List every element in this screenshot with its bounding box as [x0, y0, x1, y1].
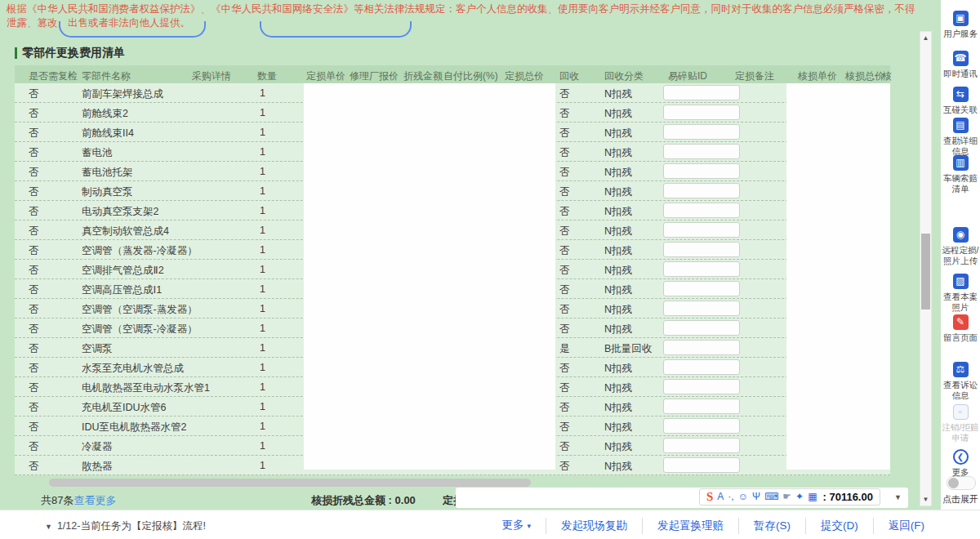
sidebar-item-collision-link[interactable]: ⇆互碰关联: [941, 87, 980, 115]
recycle-type-cell: N扣残: [604, 225, 632, 238]
part-name-cell: 电动真空泵支架2: [82, 205, 158, 219]
fragile-sticker-id-input[interactable]: [663, 163, 740, 179]
part-name-cell: 前舱线束2: [82, 107, 128, 121]
sidebar-item-view-litigation-info[interactable]: ⚖查看诉讼信息: [941, 362, 980, 401]
sidebar-item-more[interactable]: ❮更多: [941, 449, 980, 478]
view-more-link[interactable]: 查看更多: [74, 494, 116, 506]
handwriting-icon[interactable]: ☛: [782, 488, 791, 506]
price-columns-blank-area: [304, 83, 555, 470]
fragile-sticker-id-input[interactable]: [663, 242, 740, 257]
sidebar-item-cancel-claim-apply: ▫注销/拒赔申请: [941, 404, 980, 443]
button-返回(F)[interactable]: 返回(F): [873, 518, 939, 534]
scroll-up-arrow[interactable]: ▲: [920, 34, 931, 42]
sidebar-item-vehicle-claim-list[interactable]: ▥车辆索赔清单: [941, 155, 980, 194]
column-header: 定损单价: [306, 69, 345, 83]
fragile-sticker-id-input[interactable]: [663, 457, 740, 473]
fragile-sticker-id-input[interactable]: [663, 124, 740, 140]
fragile-sticker-id-input[interactable]: [663, 261, 740, 277]
recycle-type-cell: N扣残: [604, 107, 632, 121]
button-更多[interactable]: 更多▾: [487, 517, 546, 534]
sidebar-item-view-case-photos[interactable]: ▨查看本案照片: [941, 274, 980, 313]
recycle-cell: 否: [559, 421, 570, 434]
recycle-cell: 否: [559, 303, 570, 317]
button-发起现场复勘[interactable]: 发起现场复勘: [546, 518, 642, 534]
fragile-sticker-id-input[interactable]: [663, 399, 740, 414]
voice-input-icon[interactable]: Ψ: [752, 488, 760, 506]
recycle-cell: 否: [559, 166, 570, 180]
fragile-sticker-id-input[interactable]: [663, 105, 740, 120]
sidebar-item-label: 查勘详细信息: [941, 136, 980, 157]
column-header: 核损备注: [882, 69, 892, 83]
fragile-sticker-id-input[interactable]: [663, 281, 740, 296]
recycle-type-cell: N扣残: [604, 264, 632, 278]
scroll-down-arrow[interactable]: ▼: [920, 496, 931, 503]
recycle-type-cell: N扣残: [604, 283, 632, 297]
recycle-type-cell: B批量回收: [604, 342, 652, 356]
fragile-sticker-id-input[interactable]: [663, 418, 740, 434]
quantity-cell: 1: [260, 303, 265, 314]
fragile-sticker-id-input[interactable]: [663, 222, 740, 238]
privacy-notice: 根据《中华人民共和国消费者权益保护法》、《中华人民共和国网络安全法》等相关法律法…: [7, 2, 916, 30]
expand-toggle[interactable]: [947, 476, 976, 490]
total-count: 共87条查看更多: [41, 493, 116, 508]
fragile-sticker-id-input[interactable]: [663, 379, 740, 394]
button-发起置换理赔[interactable]: 发起置换理赔: [642, 518, 738, 534]
sidebar-item-label: 更多: [941, 467, 980, 478]
recycle-type-cell: N扣残: [604, 421, 632, 434]
sidebar-item-label: 远程定损/照片上传: [941, 245, 980, 266]
recheck-cell: 否: [29, 166, 39, 180]
sidebar-item-remote-assess-photo-upload[interactable]: ◉远程定损/照片上传: [941, 227, 980, 266]
toolbox-icon[interactable]: ▦: [808, 488, 817, 506]
quantity-cell: 1: [260, 127, 265, 138]
sidebar-item-message-page[interactable]: ✎留言页面: [941, 314, 980, 343]
fragile-sticker-id-input[interactable]: [663, 144, 740, 159]
horizontal-scrollbar-thumb[interactable]: [49, 479, 531, 487]
fragile-sticker-id-input[interactable]: [663, 340, 740, 355]
sidebar-item-instant-messaging[interactable]: ☎即时通讯: [941, 51, 980, 79]
survey-detail-info-icon: ▤: [953, 118, 969, 133]
column-header: 定损总价: [505, 69, 544, 83]
fragile-sticker-id-input[interactable]: [663, 183, 740, 198]
fragile-sticker-id-input[interactable]: [663, 438, 740, 453]
action-buttons: 更多▾发起现场复勘发起置换理赔暂存(S)提交(D)返回(F): [487, 517, 939, 534]
fragile-sticker-id-input[interactable]: [663, 301, 740, 316]
vertical-scrollbar[interactable]: ▲ ▼: [920, 31, 932, 506]
recheck-cell: 否: [29, 303, 39, 317]
part-name-cell: 空调泵: [82, 342, 113, 356]
recycle-cell: 否: [559, 362, 570, 376]
quantity-cell: 1: [260, 421, 265, 432]
part-name-cell: 冷凝器: [82, 440, 113, 454]
task-collapse-caret[interactable]: ▼: [45, 523, 52, 531]
collision-link-icon: ⇆: [953, 87, 969, 102]
column-header: 采购详情: [192, 69, 231, 83]
part-name-cell: 制动真空泵: [82, 185, 133, 199]
recycle-type-cell: N扣残: [604, 381, 632, 395]
quantity-cell: 1: [260, 401, 265, 412]
part-name-cell: 空调管（空调泵-冷凝器）: [82, 323, 198, 336]
input-mode-icon[interactable]: A: [717, 488, 724, 506]
part-name-cell: 前副车架焊接总成: [82, 87, 163, 101]
sidebar-item-survey-detail-info[interactable]: ▤查勘详细信息: [941, 118, 980, 157]
button-暂存(S)[interactable]: 暂存(S): [738, 518, 805, 534]
sogou-logo-icon[interactable]: S: [706, 488, 713, 506]
vertical-scrollbar-thumb[interactable]: [921, 234, 930, 310]
sidebar-item-user-service[interactable]: ▣用户服务: [941, 11, 980, 39]
soft-keyboard-icon[interactable]: ⌨: [764, 488, 778, 506]
fragile-sticker-id-input[interactable]: [663, 359, 740, 375]
user-service-icon: ▣: [953, 11, 969, 26]
fragile-sticker-id-input[interactable]: [663, 85, 740, 100]
ime-dropdown-caret[interactable]: ▼: [894, 493, 902, 501]
fragile-sticker-id-input[interactable]: [663, 203, 740, 218]
column-header: 定损备注: [735, 69, 774, 83]
punctuation-icon[interactable]: ·,: [728, 488, 733, 506]
recheck-cell: 否: [29, 205, 39, 219]
part-name-cell: 空调管（蒸发器-冷凝器）: [82, 244, 198, 258]
expand-label: 点击展开: [941, 493, 980, 506]
recycle-type-cell: N扣残: [604, 460, 632, 474]
emoji-icon[interactable]: ☺: [738, 488, 748, 506]
bottom-task-bar: ▼1/12-当前任务为【定报核】流程! 更多▾发起现场复勘发起置换理赔暂存(S)…: [0, 510, 980, 539]
sidebar-item-label: 注销/拒赔申请: [941, 422, 980, 443]
fragile-sticker-id-input[interactable]: [663, 320, 740, 336]
skin-icon[interactable]: ✦: [795, 488, 804, 506]
button-提交(D)[interactable]: 提交(D): [805, 518, 873, 534]
